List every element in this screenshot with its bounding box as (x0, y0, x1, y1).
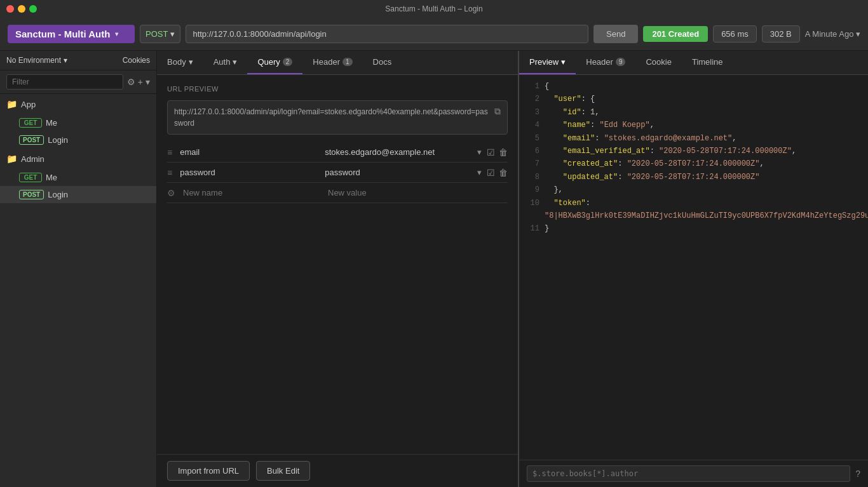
drag-handle-icon: ≡ (167, 147, 172, 157)
tab-timeline[interactable]: Timeline (682, 51, 733, 74)
app-name-label: Sanctum - Multi Auth (15, 29, 110, 39)
json-line-10: 10 "token": "8|HBXwB3glHrk0tE39MaDIHZjvc… (527, 197, 860, 223)
add-icon[interactable]: + (138, 77, 143, 87)
titlebar: Sanctum - Multi Auth – Login (0, 0, 868, 18)
sidebar-item-label: Me (46, 118, 57, 128)
param-check-icon[interactable]: ☑ (487, 147, 495, 157)
drag-handle-icon: ≡ (167, 168, 172, 178)
tab-auth-chevron: ▾ (233, 57, 237, 67)
tab-docs-label: Docs (373, 57, 392, 67)
param-delete-icon[interactable]: 🗑 (499, 147, 508, 157)
tab-query[interactable]: Query 2 (247, 51, 302, 74)
close-button[interactable] (6, 5, 14, 13)
param-value-password[interactable] (322, 166, 472, 178)
param-check-icon[interactable]: ☑ (487, 168, 495, 178)
jq-filter-input[interactable] (527, 465, 850, 482)
more-icon: ▾ (146, 77, 150, 87)
sidebar-item-app-me[interactable]: GET Me (0, 114, 156, 131)
json-line-11: 11 } (527, 222, 860, 235)
minimize-button[interactable] (18, 5, 25, 13)
request-panel: Body ▾ Auth ▾ Query 2 Header 1 Docs (157, 51, 518, 487)
tab-cookie-label: Cookie (646, 57, 671, 67)
param-name-password[interactable] (177, 166, 317, 178)
json-line-4: 4 "name": "Edd Koepp", (527, 119, 860, 131)
param-value-email[interactable] (322, 146, 472, 158)
filter-row: ⚙ + ▾ (0, 70, 156, 94)
sidebar-item-app-login[interactable]: POST Login (0, 131, 156, 149)
sidebar-group-admin-name: Admin (21, 154, 44, 164)
bulk-edit-button[interactable]: Bulk Edit (256, 461, 310, 481)
copy-icon[interactable]: ⧉ (494, 106, 501, 117)
request-body-area: URL PREVIEW http://127.0.0.1:8000/admin/… (157, 75, 518, 454)
env-chevron-icon: ▾ (64, 56, 67, 65)
settings-icon[interactable]: ⚙ (127, 77, 135, 87)
tab-body-label: Body (167, 57, 186, 67)
cookies-button[interactable]: Cookies (123, 56, 150, 65)
bottom-buttons: Import from URL Bulk Edit (157, 454, 518, 487)
import-from-url-button[interactable]: Import from URL (167, 461, 250, 481)
sidebar-item-admin-me[interactable]: GET Me (0, 169, 156, 186)
json-line-8: 8 "updated_at": "2020-05-28T07:17:24.000… (527, 171, 860, 183)
param-row-email: ≡ ▾ ☑ 🗑 (167, 142, 508, 163)
param-value-chevron-icon: ▾ (477, 147, 482, 157)
filter-input[interactable] (6, 74, 123, 90)
tab-header-label: Header (313, 57, 340, 67)
tab-header-badge: 1 (342, 58, 353, 66)
json-line-1: 1 { (527, 80, 860, 93)
tab-body[interactable]: Body ▾ (157, 51, 203, 74)
response-size: 302 B (762, 25, 800, 43)
tab-query-label: Query (257, 57, 280, 67)
param-name-new[interactable] (180, 187, 320, 199)
json-line-2: 2 "user": { (527, 93, 860, 105)
tab-auth-label: Auth (214, 57, 231, 67)
response-bottom: ? (519, 460, 868, 487)
gear-settings-icon: ⚙ (167, 188, 175, 198)
tab-docs[interactable]: Docs (363, 51, 402, 74)
traffic-lights (6, 5, 37, 13)
tab-auth[interactable]: Auth ▾ (203, 51, 248, 74)
sidebar-group-app-name: App (21, 100, 36, 109)
fullscreen-button[interactable] (29, 5, 37, 13)
param-name-email[interactable] (177, 146, 317, 158)
tab-preview-label: Preview (529, 57, 559, 67)
sidebar-item-admin-login[interactable]: POST Login (0, 186, 156, 203)
app-name-chevron-icon: ▾ (115, 30, 118, 37)
param-row-new: ⚙ (167, 183, 508, 203)
environment-selector[interactable]: No Environment ▾ (6, 56, 67, 65)
method-badge-post: POST (19, 135, 44, 145)
method-chevron-icon: ▾ (170, 29, 175, 39)
param-row-password: ≡ ▾ ☑ 🗑 (167, 163, 508, 183)
url-preview-box: http://127.0.0.1:8000/admin/api/login?em… (167, 100, 508, 135)
tab-body-chevron: ▾ (189, 57, 193, 67)
method-selector[interactable]: POST ▾ (140, 25, 180, 43)
sidebar-group-app-label[interactable]: 📁 App (0, 94, 156, 114)
tab-header[interactable]: Header 1 (302, 51, 362, 74)
status-badge: 201 Created (643, 26, 708, 42)
url-preview-label: URL PREVIEW (167, 85, 508, 93)
sidebar-group-admin-label[interactable]: 📁 Admin (0, 149, 156, 169)
param-value-new[interactable] (325, 187, 508, 199)
param-delete-icon[interactable]: 🗑 (499, 168, 508, 178)
tab-response-header[interactable]: Header 9 (576, 51, 635, 74)
url-preview-text: http://127.0.0.1:8000/admin/api/login?em… (174, 106, 489, 129)
tab-query-badge: 2 (283, 58, 293, 66)
send-button[interactable]: Send (593, 25, 638, 43)
param-value-chevron-icon: ▾ (477, 168, 482, 177)
tab-cookie[interactable]: Cookie (635, 51, 681, 74)
sidebar: No Environment ▾ Cookies ⚙ + ▾ 📁 App GET… (0, 51, 157, 487)
json-viewer: 1 { 2 "user": { 3 "id": 1, 4 "name": "Ed… (519, 75, 868, 460)
folder-icon: 📁 (6, 99, 17, 109)
tab-preview[interactable]: Preview ▾ (519, 51, 576, 74)
sidebar-group-app: 📁 App GET Me POST Login (0, 94, 156, 149)
tab-response-header-badge: 9 (616, 58, 626, 66)
param-rows: ≡ ▾ ☑ 🗑 ≡ ▾ (167, 142, 508, 203)
help-icon[interactable]: ? (855, 469, 860, 479)
content-split: Body ▾ Auth ▾ Query 2 Header 1 Docs (157, 51, 868, 487)
response-time: 656 ms (713, 25, 757, 43)
folder-icon: 📁 (6, 154, 17, 164)
sidebar-topbar: No Environment ▾ Cookies (0, 51, 156, 70)
sidebar-item-label: Login (48, 190, 68, 199)
tab-timeline-label: Timeline (692, 57, 723, 67)
app-name-button[interactable]: Sanctum - Multi Auth ▾ (8, 25, 135, 43)
url-input[interactable] (186, 25, 588, 43)
